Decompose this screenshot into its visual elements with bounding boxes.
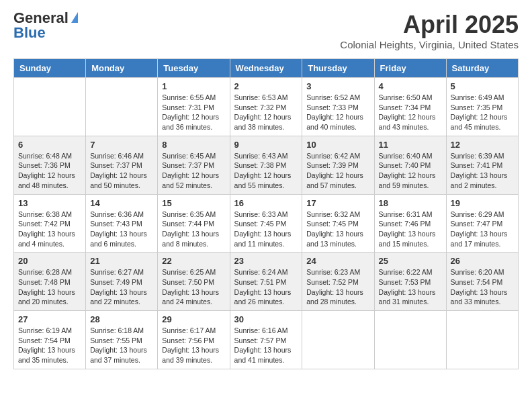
calendar-table: SundayMondayTuesdayWednesdayThursdayFrid… (13, 58, 519, 369)
day-number: 15 (162, 198, 225, 208)
day-number: 2 (234, 81, 298, 91)
calendar-header-saturday: Saturday (446, 59, 518, 78)
day-info: Sunrise: 6:49 AM Sunset: 7:35 PM Dayligh… (451, 93, 514, 132)
day-info: Sunrise: 6:31 AM Sunset: 7:46 PM Dayligh… (379, 210, 442, 249)
day-info: Sunrise: 6:16 AM Sunset: 7:57 PM Dayligh… (234, 326, 298, 365)
day-number: 22 (162, 256, 225, 266)
calendar-week-row: 20Sunrise: 6:28 AM Sunset: 7:48 PM Dayli… (14, 253, 519, 311)
day-info: Sunrise: 6:19 AM Sunset: 7:54 PM Dayligh… (18, 326, 81, 365)
day-number: 6 (18, 140, 81, 150)
title-area: April 2025 Colonial Heights, Virginia, U… (340, 11, 519, 50)
calendar-header-row: SundayMondayTuesdayWednesdayThursdayFrid… (14, 59, 519, 78)
header: General Blue April 2025 Colonial Heights… (13, 11, 519, 50)
calendar-header-sunday: Sunday (14, 59, 86, 78)
day-info: Sunrise: 6:32 AM Sunset: 7:45 PM Dayligh… (306, 210, 369, 249)
calendar-cell (14, 78, 86, 136)
calendar-cell: 18Sunrise: 6:31 AM Sunset: 7:46 PM Dayli… (374, 194, 446, 253)
logo: General Blue (13, 11, 78, 40)
day-info: Sunrise: 6:23 AM Sunset: 7:52 PM Dayligh… (306, 267, 369, 307)
month-title: April 2025 (340, 11, 519, 39)
day-number: 19 (451, 198, 514, 208)
calendar-cell: 15Sunrise: 6:35 AM Sunset: 7:44 PM Dayli… (158, 194, 230, 253)
day-number: 16 (234, 198, 298, 208)
calendar-cell: 1Sunrise: 6:55 AM Sunset: 7:31 PM Daylig… (158, 78, 230, 136)
calendar-week-row: 13Sunrise: 6:38 AM Sunset: 7:42 PM Dayli… (14, 194, 519, 253)
calendar-week-row: 6Sunrise: 6:48 AM Sunset: 7:36 PM Daylig… (14, 136, 519, 194)
calendar-cell: 3Sunrise: 6:52 AM Sunset: 7:33 PM Daylig… (302, 78, 374, 136)
day-number: 9 (234, 140, 298, 150)
day-info: Sunrise: 6:55 AM Sunset: 7:31 PM Dayligh… (162, 93, 225, 132)
day-info: Sunrise: 6:43 AM Sunset: 7:38 PM Dayligh… (234, 151, 298, 191)
day-number: 24 (306, 256, 369, 266)
calendar-cell: 29Sunrise: 6:17 AM Sunset: 7:56 PM Dayli… (158, 311, 230, 369)
calendar-cell: 27Sunrise: 6:19 AM Sunset: 7:54 PM Dayli… (14, 311, 86, 369)
calendar-header-tuesday: Tuesday (158, 59, 230, 78)
day-info: Sunrise: 6:35 AM Sunset: 7:44 PM Dayligh… (162, 210, 225, 249)
calendar-cell: 11Sunrise: 6:40 AM Sunset: 7:40 PM Dayli… (374, 136, 446, 194)
calendar-cell: 30Sunrise: 6:16 AM Sunset: 7:57 PM Dayli… (230, 311, 302, 369)
day-number: 18 (379, 198, 442, 208)
calendar-header-monday: Monday (86, 59, 158, 78)
day-number: 17 (306, 198, 369, 208)
location-title: Colonial Heights, Virginia, United State… (340, 39, 519, 50)
calendar-cell: 20Sunrise: 6:28 AM Sunset: 7:48 PM Dayli… (14, 253, 86, 311)
calendar-cell: 6Sunrise: 6:48 AM Sunset: 7:36 PM Daylig… (14, 136, 86, 194)
calendar-cell: 13Sunrise: 6:38 AM Sunset: 7:42 PM Dayli… (14, 194, 86, 253)
logo-blue-text: Blue (13, 26, 46, 40)
calendar-cell: 24Sunrise: 6:23 AM Sunset: 7:52 PM Dayli… (302, 253, 374, 311)
day-info: Sunrise: 6:42 AM Sunset: 7:39 PM Dayligh… (306, 151, 369, 191)
day-info: Sunrise: 6:33 AM Sunset: 7:45 PM Dayligh… (234, 210, 298, 249)
calendar-cell: 21Sunrise: 6:27 AM Sunset: 7:49 PM Dayli… (86, 253, 158, 311)
day-info: Sunrise: 6:20 AM Sunset: 7:54 PM Dayligh… (451, 267, 514, 307)
calendar-cell: 2Sunrise: 6:53 AM Sunset: 7:32 PM Daylig… (230, 78, 302, 136)
day-number: 4 (379, 81, 442, 91)
calendar-cell: 17Sunrise: 6:32 AM Sunset: 7:45 PM Dayli… (302, 194, 374, 253)
calendar-week-row: 27Sunrise: 6:19 AM Sunset: 7:54 PM Dayli… (14, 311, 519, 369)
calendar-cell: 10Sunrise: 6:42 AM Sunset: 7:39 PM Dayli… (302, 136, 374, 194)
day-info: Sunrise: 6:46 AM Sunset: 7:37 PM Dayligh… (90, 151, 153, 191)
day-info: Sunrise: 6:18 AM Sunset: 7:55 PM Dayligh… (90, 326, 153, 365)
day-info: Sunrise: 6:29 AM Sunset: 7:47 PM Dayligh… (451, 210, 514, 249)
calendar-cell: 28Sunrise: 6:18 AM Sunset: 7:55 PM Dayli… (86, 311, 158, 369)
calendar-cell (302, 311, 374, 369)
calendar-cell: 7Sunrise: 6:46 AM Sunset: 7:37 PM Daylig… (86, 136, 158, 194)
day-info: Sunrise: 6:50 AM Sunset: 7:34 PM Dayligh… (379, 93, 442, 132)
day-number: 25 (379, 256, 442, 266)
day-number: 28 (90, 314, 153, 324)
calendar-cell (446, 311, 518, 369)
calendar-cell: 25Sunrise: 6:22 AM Sunset: 7:53 PM Dayli… (374, 253, 446, 311)
day-info: Sunrise: 6:36 AM Sunset: 7:43 PM Dayligh… (90, 210, 153, 249)
day-number: 5 (451, 81, 514, 91)
logo-triangle-icon (71, 12, 78, 23)
day-number: 23 (234, 256, 298, 266)
day-info: Sunrise: 6:39 AM Sunset: 7:41 PM Dayligh… (451, 151, 514, 191)
calendar-cell (374, 311, 446, 369)
day-info: Sunrise: 6:22 AM Sunset: 7:53 PM Dayligh… (379, 267, 442, 307)
day-number: 8 (162, 140, 225, 150)
day-info: Sunrise: 6:27 AM Sunset: 7:49 PM Dayligh… (90, 267, 153, 307)
day-info: Sunrise: 6:48 AM Sunset: 7:36 PM Dayligh… (18, 151, 81, 191)
calendar-header-thursday: Thursday (302, 59, 374, 78)
calendar-cell: 16Sunrise: 6:33 AM Sunset: 7:45 PM Dayli… (230, 194, 302, 253)
day-info: Sunrise: 6:53 AM Sunset: 7:32 PM Dayligh… (234, 93, 298, 132)
calendar-week-row: 1Sunrise: 6:55 AM Sunset: 7:31 PM Daylig… (14, 78, 519, 136)
day-number: 29 (162, 314, 225, 324)
day-number: 14 (90, 198, 153, 208)
day-number: 10 (306, 140, 369, 150)
day-number: 3 (306, 81, 369, 91)
day-info: Sunrise: 6:28 AM Sunset: 7:48 PM Dayligh… (18, 267, 81, 307)
day-info: Sunrise: 6:38 AM Sunset: 7:42 PM Dayligh… (18, 210, 81, 249)
day-info: Sunrise: 6:24 AM Sunset: 7:51 PM Dayligh… (234, 267, 298, 307)
calendar-cell (86, 78, 158, 136)
logo-general-text: General (13, 11, 69, 26)
day-number: 1 (162, 81, 225, 91)
calendar-header-wednesday: Wednesday (230, 59, 302, 78)
day-number: 12 (451, 140, 514, 150)
day-info: Sunrise: 6:40 AM Sunset: 7:40 PM Dayligh… (379, 151, 442, 191)
day-info: Sunrise: 6:25 AM Sunset: 7:50 PM Dayligh… (162, 267, 225, 307)
calendar-cell: 8Sunrise: 6:45 AM Sunset: 7:37 PM Daylig… (158, 136, 230, 194)
day-info: Sunrise: 6:17 AM Sunset: 7:56 PM Dayligh… (162, 326, 225, 365)
calendar-cell: 19Sunrise: 6:29 AM Sunset: 7:47 PM Dayli… (446, 194, 518, 253)
day-number: 21 (90, 256, 153, 266)
calendar-cell: 5Sunrise: 6:49 AM Sunset: 7:35 PM Daylig… (446, 78, 518, 136)
